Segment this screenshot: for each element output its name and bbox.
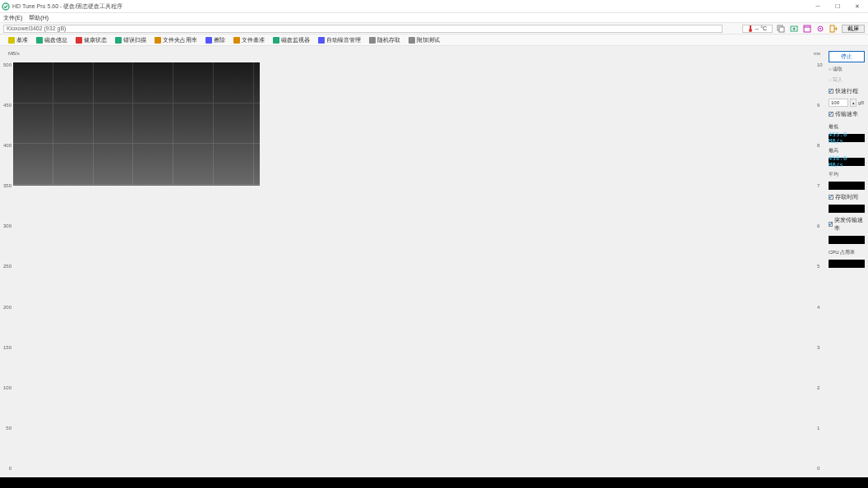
tab-icon-2 bbox=[76, 37, 82, 44]
tab-10[interactable]: 附加测试 bbox=[407, 35, 441, 45]
y-axis-right-title: ms bbox=[814, 51, 820, 56]
exit-button[interactable] bbox=[829, 24, 838, 34]
tab-icon-9 bbox=[369, 37, 376, 44]
tab-1[interactable]: 磁盘信息 bbox=[35, 35, 69, 45]
graph-zone: MB/s ms 500450400350300250200150100500 1… bbox=[7, 51, 822, 472]
tab-8[interactable]: 自动噪音管理 bbox=[316, 35, 362, 45]
svg-rect-16 bbox=[205, 37, 212, 44]
short-stroke-label: 快速行程 bbox=[835, 87, 858, 95]
transfer-rate-label: 传输速率 bbox=[835, 110, 858, 118]
app-icon bbox=[2, 2, 10, 11]
svg-point-2 bbox=[749, 29, 752, 32]
min-readout: 455.6 MB/s bbox=[829, 134, 865, 142]
avg-readout bbox=[829, 182, 865, 190]
tab-icon-8 bbox=[318, 37, 325, 44]
tab-icon-7 bbox=[273, 37, 279, 44]
svg-rect-21 bbox=[409, 37, 415, 44]
menu-help[interactable]: 帮助(H) bbox=[29, 14, 48, 22]
copy-screenshot-button[interactable] bbox=[802, 24, 812, 34]
device-name: Kioxowei3402 (932 gB) bbox=[7, 25, 66, 31]
temperature-value: -- °C bbox=[755, 25, 767, 31]
svg-point-9 bbox=[820, 28, 821, 30]
svg-rect-13 bbox=[76, 37, 82, 44]
close-button[interactable]: ✕ bbox=[853, 2, 861, 11]
temperature-chip: -- °C bbox=[742, 25, 773, 33]
svg-rect-12 bbox=[36, 37, 43, 44]
short-stroke-unit: gB bbox=[858, 100, 864, 105]
tab-icon-3 bbox=[115, 37, 122, 44]
cpu-label: CPU 占用率 bbox=[829, 249, 865, 256]
tab-9[interactable]: 随机存取 bbox=[367, 35, 402, 45]
menubar: 文件(E) 帮助(H) bbox=[0, 13, 868, 23]
avg-label: 平均 bbox=[829, 171, 865, 178]
burst-label: 突发传输速率 bbox=[834, 216, 865, 232]
y-axis-right: 109876543210 bbox=[817, 62, 825, 471]
access-time-label: 存取时间 bbox=[835, 193, 858, 201]
tab-4[interactable]: 文件夹占用率 bbox=[153, 35, 199, 45]
transfer-rate-checkbox[interactable] bbox=[829, 112, 833, 117]
burst-row: 突发传输速率 bbox=[829, 216, 865, 232]
min-label: 最低 bbox=[829, 123, 865, 131]
tab-0[interactable]: 基准 bbox=[7, 35, 30, 45]
cpu-readout bbox=[829, 260, 865, 268]
svg-rect-10 bbox=[830, 25, 834, 32]
burst-readout bbox=[829, 236, 865, 244]
maximize-button[interactable]: ☐ bbox=[833, 2, 842, 11]
start-stop-button[interactable]: 停止 bbox=[829, 51, 865, 62]
short-stroke-input[interactable]: 100 bbox=[829, 99, 848, 107]
menu-file[interactable]: 文件(E) bbox=[3, 14, 22, 22]
svg-rect-11 bbox=[8, 37, 15, 44]
svg-point-6 bbox=[793, 27, 796, 30]
y-axis-left-title: MB/s bbox=[8, 51, 20, 56]
svg-rect-20 bbox=[369, 37, 376, 44]
device-toolbar: Kioxowei3402 (932 gB) -- °C 截屏 bbox=[0, 23, 868, 35]
access-time-row: 存取时间 bbox=[829, 193, 865, 201]
svg-rect-7 bbox=[804, 25, 810, 32]
tab-icon-6 bbox=[233, 37, 240, 44]
sidebar: 停止 ○ 读取 ○ 写入 快速行程 100 ▴ gB 传输速率 最低 455.6… bbox=[825, 46, 868, 477]
svg-rect-14 bbox=[115, 37, 122, 44]
device-select[interactable]: Kioxowei3402 (932 gB) bbox=[3, 25, 723, 33]
short-stroke-spinner[interactable]: ▴ bbox=[850, 99, 856, 107]
transfer-rate-row: 传输速率 bbox=[829, 110, 865, 118]
y-axis-left: 500450400350300250200150100500 bbox=[3, 62, 12, 471]
copy-info-button[interactable] bbox=[776, 24, 786, 34]
svg-rect-15 bbox=[155, 37, 161, 44]
max-label: 最高 bbox=[829, 147, 865, 154]
tab-5[interactable]: 擦除 bbox=[204, 35, 227, 45]
options-button[interactable] bbox=[815, 24, 825, 34]
write-radio: ○ 写入 bbox=[829, 76, 865, 84]
window-title: HD Tune Pro 5.60 - 硬盘/固态硬盘工具程序 bbox=[12, 2, 814, 11]
read-radio[interactable]: ○ 读取 bbox=[829, 66, 865, 73]
bottom-black-bar bbox=[0, 477, 868, 488]
access-time-checkbox[interactable] bbox=[829, 195, 833, 200]
minimize-button[interactable]: ─ bbox=[814, 2, 822, 11]
tab-2[interactable]: 健康状态 bbox=[74, 35, 108, 45]
titlebar: HD Tune Pro 5.60 - 硬盘/固态硬盘工具程序 ─ ☐ ✕ bbox=[0, 0, 868, 13]
tab-icon-4 bbox=[155, 37, 161, 44]
svg-rect-19 bbox=[318, 37, 325, 44]
content-area: MB/s ms 500450400350300250200150100500 1… bbox=[0, 46, 868, 477]
tab-3[interactable]: 错误扫描 bbox=[113, 35, 148, 45]
tabbar: 基准磁盘信息健康状态错误扫描文件夹占用率擦除文件基准磁盘监视器自动噪音管理随机存… bbox=[0, 35, 868, 46]
svg-rect-18 bbox=[273, 37, 279, 44]
tab-6[interactable]: 文件基准 bbox=[232, 35, 266, 45]
short-stroke-row: 快速行程 bbox=[829, 87, 865, 95]
max-readout: 458.6 MB/s bbox=[829, 158, 865, 166]
svg-rect-17 bbox=[233, 37, 240, 44]
burst-checkbox[interactable] bbox=[829, 222, 833, 227]
tab-7[interactable]: 磁盘监视器 bbox=[271, 35, 312, 45]
access-time-readout bbox=[829, 205, 865, 213]
thermometer-icon bbox=[748, 25, 753, 32]
tab-icon-5 bbox=[205, 37, 212, 44]
short-stroke-checkbox[interactable] bbox=[829, 89, 833, 94]
tab-icon-1 bbox=[36, 37, 43, 44]
screenshot-button[interactable]: 截屏 bbox=[842, 25, 865, 33]
save-screenshot-button[interactable] bbox=[789, 24, 799, 34]
svg-rect-4 bbox=[779, 27, 784, 32]
tab-icon-0 bbox=[8, 37, 15, 44]
window-controls: ─ ☐ ✕ bbox=[814, 2, 861, 11]
tab-icon-10 bbox=[409, 37, 415, 44]
grid-overlay bbox=[13, 62, 815, 471]
